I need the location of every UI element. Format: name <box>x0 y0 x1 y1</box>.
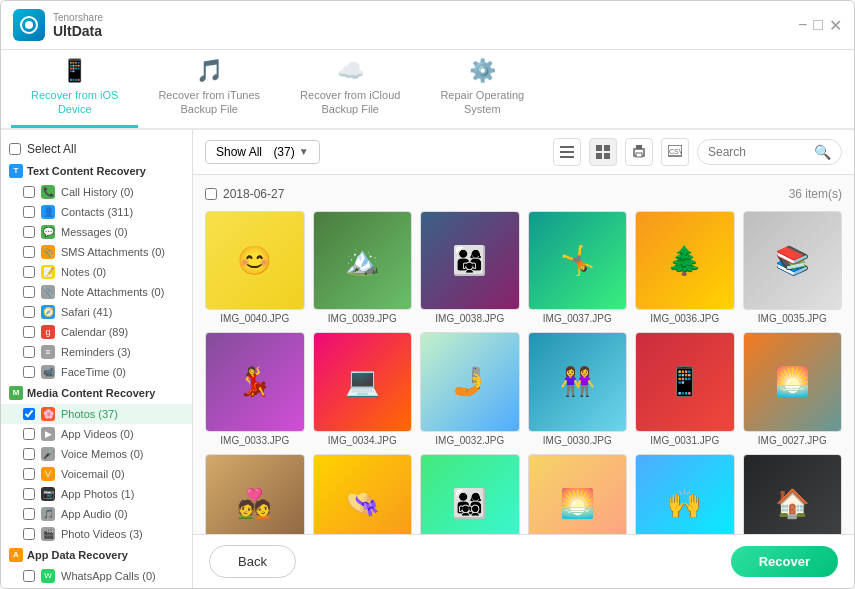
safari-icon: 🧭 <box>41 305 55 319</box>
photo-thumbnail: 👨‍👩‍👧 <box>420 211 520 311</box>
sidebar-item-reminders[interactable]: ≡ Reminders (3) <box>1 342 192 362</box>
voice-memos-label: Voice Memos (0) <box>61 448 184 460</box>
sidebar-item-app-videos[interactable]: ▶ App Videos (0) <box>1 424 192 444</box>
sidebar-item-sms-attachments[interactable]: 📎 SMS Attachments (0) <box>1 242 192 262</box>
app-videos-checkbox[interactable] <box>23 428 35 440</box>
sidebar-item-notes[interactable]: 📝 Notes (0) <box>1 262 192 282</box>
app-videos-label: App Videos (0) <box>61 428 184 440</box>
sidebar-item-voice-memos[interactable]: 🎤 Voice Memos (0) <box>1 444 192 464</box>
photo-name: IMG_0038.JPG <box>435 313 504 324</box>
photo-item[interactable]: 👭 IMG_0030.JPG <box>528 332 628 446</box>
voicemail-label: Voicemail (0) <box>61 468 184 480</box>
photo-item[interactable]: 👨‍👩‍👧 IMG_0038.JPG <box>420 211 520 325</box>
messages-label: Messages (0) <box>61 226 184 238</box>
view-print-button[interactable] <box>625 138 653 166</box>
sidebar-item-safari[interactable]: 🧭 Safari (41) <box>1 302 192 322</box>
nav-repair-label: Repair OperatingSystem <box>440 88 524 117</box>
safari-checkbox[interactable] <box>23 306 35 318</box>
export-icon: CSV <box>668 145 682 159</box>
photo-videos-checkbox[interactable] <box>23 528 35 540</box>
sidebar-item-photos[interactable]: 🌸 Photos (37) <box>1 404 192 424</box>
back-button[interactable]: Back <box>209 545 296 578</box>
photo-item[interactable]: 👒 IMG_0025.JPG <box>313 454 413 534</box>
sidebar-item-whatsapp-calls[interactable]: W WhatsApp Calls (0) <box>1 566 192 586</box>
photo-item[interactable]: 😊 IMG_0040.JPG <box>205 211 305 325</box>
section-text-header[interactable]: T Text Content Recovery <box>1 160 192 182</box>
note-attachments-checkbox[interactable] <box>23 286 35 298</box>
messages-checkbox[interactable] <box>23 226 35 238</box>
contacts-checkbox[interactable] <box>23 206 35 218</box>
photo-item[interactable]: 📚 IMG_0035.JPG <box>743 211 843 325</box>
call-history-checkbox[interactable] <box>23 186 35 198</box>
sidebar-item-call-history[interactable]: 📞 Call History (0) <box>1 182 192 202</box>
messages-icon: 💬 <box>41 225 55 239</box>
nav-ios-device[interactable]: 📱 Recover from iOSDevice <box>11 50 138 128</box>
photo-item[interactable]: 🤸 IMG_0037.JPG <box>528 211 628 325</box>
nav-itunes[interactable]: 🎵 Recover from iTunesBackup File <box>138 50 280 128</box>
photo-item[interactable]: 🏠 IMG_0021.JPG <box>743 454 843 534</box>
section-app-data-header[interactable]: A App Data Recovery <box>1 544 192 566</box>
photo-item[interactable]: 🌅 IMG_0027.JPG <box>743 332 843 446</box>
show-all-button[interactable]: Show All (37) ▼ <box>205 140 320 164</box>
sidebar-item-note-attachments[interactable]: 📎 Note Attachments (0) <box>1 282 192 302</box>
photo-item[interactable]: 🏔️ IMG_0039.JPG <box>313 211 413 325</box>
app-videos-icon: ▶ <box>41 427 55 441</box>
date-row: 2018-06-27 36 item(s) <box>205 187 842 201</box>
photo-item[interactable]: 💃 IMG_0033.JPG <box>205 332 305 446</box>
sidebar-item-contacts[interactable]: 👤 Contacts (311) <box>1 202 192 222</box>
sidebar-item-photo-videos[interactable]: 🎬 Photo Videos (3) <box>1 524 192 544</box>
whatsapp-calls-checkbox[interactable] <box>23 570 35 582</box>
photo-item[interactable]: 💻 IMG_0034.JPG <box>313 332 413 446</box>
select-all-row[interactable]: Select All <box>1 138 192 160</box>
photo-item[interactable]: 👨‍👩‍👧‍👦 IMG_0024.JPG <box>420 454 520 534</box>
recover-button[interactable]: Recover <box>731 546 838 577</box>
export-button[interactable]: CSV <box>661 138 689 166</box>
photos-checkbox[interactable] <box>23 408 35 420</box>
ios-device-icon: 📱 <box>61 58 88 84</box>
photo-item[interactable]: 🌲 IMG_0036.JPG <box>635 211 735 325</box>
section-app-data-icon: A <box>9 548 23 562</box>
select-all-checkbox[interactable] <box>9 143 21 155</box>
voice-memos-checkbox[interactable] <box>23 448 35 460</box>
search-input[interactable] <box>708 145 808 159</box>
photo-item[interactable]: 🌅 IMG_0023.JPG <box>528 454 628 534</box>
view-list-button[interactable] <box>553 138 581 166</box>
voicemail-checkbox[interactable] <box>23 468 35 480</box>
reminders-checkbox[interactable] <box>23 346 35 358</box>
sms-attachments-checkbox[interactable] <box>23 246 35 258</box>
section-text-label: Text Content Recovery <box>27 165 146 177</box>
photo-thumbnail: 🤳 <box>420 332 520 432</box>
facetime-label: FaceTime (0) <box>61 366 184 378</box>
photo-item[interactable]: 🤳 IMG_0032.JPG <box>420 332 520 446</box>
photo-item[interactable]: 🙌 IMG_0022.JPG <box>635 454 735 534</box>
photo-item[interactable]: 📱 IMG_0031.JPG <box>635 332 735 446</box>
section-media-icon: M <box>9 386 23 400</box>
maximize-button[interactable]: □ <box>813 16 823 34</box>
photo-thumbnail: 💑 <box>205 454 305 534</box>
main-layout: Select All T Text Content Recovery 📞 Cal… <box>1 130 854 588</box>
sidebar-item-app-photos[interactable]: 📷 App Photos (1) <box>1 484 192 504</box>
sidebar-item-messages[interactable]: 💬 Messages (0) <box>1 222 192 242</box>
photo-item[interactable]: 💑 IMG_0026.JPG <box>205 454 305 534</box>
date-checkbox[interactable] <box>205 188 217 200</box>
app-audio-checkbox[interactable] <box>23 508 35 520</box>
app-photos-checkbox[interactable] <box>23 488 35 500</box>
photo-thumbnail: 😊 <box>205 211 305 311</box>
nav-icloud[interactable]: ☁️ Recover from iCloudBackup File <box>280 50 420 128</box>
nav-repair[interactable]: ⚙️ Repair OperatingSystem <box>420 50 544 128</box>
sidebar-item-whatsapp-messages[interactable]: W WhatsApp Messages (0) <box>1 586 192 588</box>
photo-name: IMG_0034.JPG <box>328 435 397 446</box>
notes-checkbox[interactable] <box>23 266 35 278</box>
contacts-label: Contacts (311) <box>61 206 184 218</box>
sidebar-item-voicemail[interactable]: V Voicemail (0) <box>1 464 192 484</box>
calendar-checkbox[interactable] <box>23 326 35 338</box>
minimize-button[interactable]: − <box>798 16 807 34</box>
view-grid-button[interactable] <box>589 138 617 166</box>
show-all-chevron-icon: ▼ <box>299 146 309 157</box>
close-button[interactable]: ✕ <box>829 16 842 35</box>
sidebar-item-calendar[interactable]: g Calendar (89) <box>1 322 192 342</box>
section-media-header[interactable]: M Media Content Recovery <box>1 382 192 404</box>
sidebar-item-facetime[interactable]: 📹 FaceTime (0) <box>1 362 192 382</box>
sidebar-item-app-audio[interactable]: 🎵 App Audio (0) <box>1 504 192 524</box>
facetime-checkbox[interactable] <box>23 366 35 378</box>
